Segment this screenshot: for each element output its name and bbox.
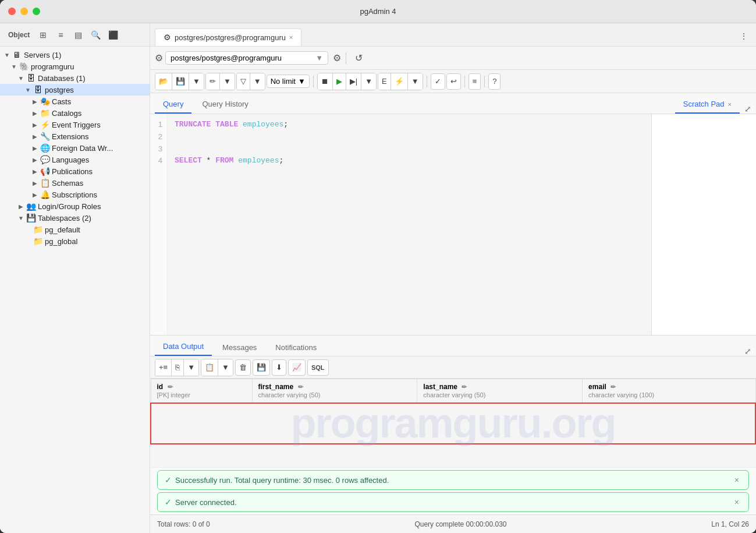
tree-item-languages[interactable]: ▶ 💬 Languages <box>0 154 150 165</box>
filter-btn[interactable]: ▽ <box>237 73 250 90</box>
sidebar-icon-btn-1[interactable]: ⊞ <box>36 27 51 43</box>
open-file-btn[interactable]: 📂 <box>155 73 172 90</box>
tree-item-pg-global[interactable]: 📁 pg_global <box>0 235 150 247</box>
tree-item-programguru[interactable]: ▼ 🐘 programguru <box>0 61 150 72</box>
scratch-pad-close[interactable]: × <box>728 101 732 108</box>
delete-row-btn[interactable]: 🗑 <box>235 359 251 376</box>
code-line-2 <box>175 131 644 143</box>
result-tab-bar-left: Data Output Messages Notifications <box>155 338 325 356</box>
pg-default-icon: 📁 <box>33 225 43 234</box>
explain-btn[interactable]: E <box>378 73 391 90</box>
sql-filter-btn[interactable]: SQL <box>307 359 329 376</box>
macros-btn[interactable]: ≡ <box>468 73 481 90</box>
run-options-btn[interactable]: ▶| <box>346 73 361 90</box>
tab-notifications[interactable]: Notifications <box>267 340 325 356</box>
tree-item-databases[interactable]: ▼ 🗄 Databases (1) <box>0 72 150 84</box>
limit-selector[interactable]: No limit ▼ <box>267 75 310 88</box>
sidebar-toolbar: Object ⊞ ≡ ▤ 🔍 ⬛ <box>0 23 150 47</box>
maximize-button[interactable] <box>33 8 40 15</box>
tree-item-postgres[interactable]: ▼ 🗄 postgres <box>0 84 150 96</box>
copy-btn[interactable]: ⎘ <box>172 359 184 376</box>
expand-editor-icon[interactable]: ⤢ <box>744 104 751 114</box>
query-tab-bar-left: Query Query History <box>155 96 257 114</box>
help-btn[interactable]: ? <box>488 73 501 90</box>
tree-item-extensions[interactable]: ▶ 🔧 Extensions <box>0 130 150 142</box>
connection-value: postgres/postgres@programguru <box>171 54 282 62</box>
line-numbers: 1 2 3 4 <box>150 114 168 335</box>
event-triggers-icon: ⚡ <box>40 120 50 129</box>
tab-messages[interactable]: Messages <box>214 340 265 356</box>
run-dropdown-btn[interactable]: ▼ <box>361 73 376 90</box>
edit-dropdown-btn[interactable]: ▼ <box>220 73 235 90</box>
tree-item-catalogs[interactable]: ▶ 📁 Catalogs <box>0 107 150 119</box>
tree-item-publications[interactable]: ▶ 📢 Publications <box>0 165 150 177</box>
sidebar-icon-btn-2[interactable]: ≡ <box>53 27 68 43</box>
rollback-btn[interactable]: ↩ <box>446 73 461 90</box>
col-edit-id[interactable]: ✏ <box>168 383 173 390</box>
notification-content-2: ✓ Server connected. <box>165 497 237 507</box>
paste-dropdown-btn[interactable]: ▼ <box>218 359 233 376</box>
copy-dropdown-btn[interactable]: ▼ <box>184 359 198 376</box>
notification-close-1[interactable]: × <box>732 475 741 485</box>
result-content: programguru.org id ✏ [PK] integer <box>150 379 756 467</box>
code-line-1: TRUNCATE TABLE employees ; <box>175 119 644 131</box>
query-tab-bar: Query Query History Scratch Pad × ⤢ <box>150 93 756 114</box>
refresh-btn[interactable]: ↺ <box>351 51 366 66</box>
save-dropdown-btn[interactable]: ▼ <box>189 73 204 90</box>
run-btn[interactable]: ▶ <box>333 73 346 90</box>
tree-item-servers[interactable]: ▼ 🖥 Servers (1) <box>0 49 150 61</box>
tab-query[interactable]: Query <box>155 96 191 114</box>
col-edit-last-name[interactable]: ✏ <box>462 383 467 390</box>
col-name-last-name: last_name <box>423 383 457 391</box>
col-edit-email[interactable]: ✏ <box>611 383 616 390</box>
traffic-lights <box>8 8 40 15</box>
line-num-1: 1 <box>150 119 162 131</box>
add-row-btn[interactable]: +≡ <box>155 359 172 376</box>
scratch-pad-area[interactable] <box>651 114 756 335</box>
tree-item-event-triggers[interactable]: ▶ ⚡ Event Triggers <box>0 119 150 130</box>
tree-arrow-catalogs: ▶ <box>30 110 40 117</box>
dropdown-arrow-icon: ▼ <box>315 54 323 62</box>
tab-close-btn[interactable]: × <box>289 34 293 41</box>
stop-btn[interactable]: ⏹ <box>318 73 333 90</box>
filter-dropdown-btn[interactable]: ▼ <box>250 73 265 90</box>
connection-toolbar: ⚙ postgres/postgres@programguru ▼ ⚙ ↺ <box>150 47 756 70</box>
query-tab[interactable]: ⚙ postgres/postgres@programguru × <box>155 29 301 46</box>
tree-item-schemas[interactable]: ▶ 📋 Schemas <box>0 177 150 189</box>
sidebar-search-btn[interactable]: 🔍 <box>88 27 103 43</box>
tree-item-subscriptions[interactable]: ▶ 🔔 Subscriptions <box>0 189 150 200</box>
expand-results-icon[interactable]: ⤢ <box>744 347 751 356</box>
explain-dropdown-btn[interactable]: ▼ <box>408 73 423 90</box>
tab-query-history[interactable]: Query History <box>194 96 256 114</box>
tree-item-pg-default[interactable]: 📁 pg_default <box>0 224 150 235</box>
tab-data-output[interactable]: Data Output <box>155 338 212 356</box>
code-editor[interactable]: TRUNCATE TABLE employees ; SELECT * <box>168 114 651 335</box>
tree-item-tablespaces[interactable]: ▼ 💾 Tablespaces (2) <box>0 212 150 224</box>
notification-bar: ✓ Successfully run. Total query runtime:… <box>150 467 756 514</box>
edit-pencil-btn[interactable]: ✏ <box>206 73 220 90</box>
tree-arrow-schemas: ▶ <box>30 180 40 186</box>
more-menu-btn[interactable]: ⋮ <box>736 29 751 44</box>
commit-btn[interactable]: ✓ <box>431 73 445 90</box>
sidebar-icon-btn-5[interactable]: ⬛ <box>105 27 120 43</box>
tree-item-foreign-data[interactable]: ▶ 🌐 Foreign Data Wr... <box>0 142 150 154</box>
sidebar-icon-btn-3[interactable]: ▤ <box>70 27 86 43</box>
explain-analyze-btn[interactable]: ⚡ <box>391 73 408 90</box>
keyword-table: TABLE <box>215 119 238 131</box>
save-btn[interactable]: 💾 <box>172 73 189 90</box>
toolbar-separator-3 <box>427 76 427 87</box>
chart-btn[interactable]: 📈 <box>288 359 306 376</box>
minimize-button[interactable] <box>20 8 28 15</box>
sidebar: Object ⊞ ≡ ▤ 🔍 ⬛ ▼ 🖥 Servers (1) ▼ <box>0 23 150 533</box>
close-button[interactable] <box>8 8 16 15</box>
tree-item-casts[interactable]: ▶ 🎭 Casts <box>0 96 150 107</box>
tree-item-login-roles[interactable]: ▶ 👥 Login/Group Roles <box>0 200 150 212</box>
tab-scratch-pad[interactable]: Scratch Pad × <box>675 96 740 114</box>
connection-selector[interactable]: postgres/postgres@programguru ▼ <box>165 51 328 65</box>
notification-close-2[interactable]: × <box>732 497 741 507</box>
save-data-btn[interactable]: 💾 <box>253 359 270 376</box>
result-toolbar-group-1: +≡ ⎘ ▼ <box>155 359 199 376</box>
download-csv-btn[interactable]: ⬇ <box>272 359 286 376</box>
paste-btn[interactable]: 📋 <box>201 359 218 376</box>
col-edit-first-name[interactable]: ✏ <box>298 383 303 390</box>
